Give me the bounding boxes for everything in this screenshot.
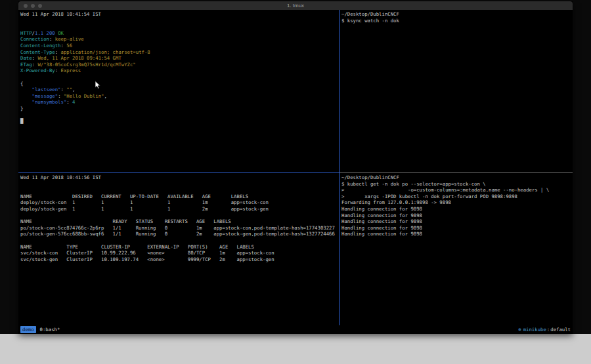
mouse-cursor: [95, 81, 101, 90]
terminal-line: HTTP/1.1 200 OK: [20, 30, 339, 37]
terminal-window: 1. tmux Wed 11 Apr 2018 10:41:54 IST HTT…: [18, 1, 573, 334]
terminal-line: [20, 24, 339, 30]
terminal-line: svc/stock-gen ClusterIP 10.109.197.74 <n…: [20, 256, 339, 263]
pane-divider-horizontal-right[interactable]: [339, 172, 573, 172]
terminal-line: > xargs -IPOD kubectl -n dok port-forwar…: [341, 193, 573, 200]
terminal-line: svc/stock-con ClusterIP 10.99.222.96 <no…: [20, 250, 339, 256]
terminal-line: [20, 112, 339, 119]
status-left: demo 0:bash*: [20, 326, 60, 333]
terminal-line: deploy/stock-con 1 1 1 1 1m app=stock-co…: [20, 199, 339, 206]
kube-context-separator: :: [547, 327, 550, 333]
terminal-line: Connection: keep-alive: [20, 36, 339, 43]
terminal-line: ~/Desktop/DublinCNCF: [341, 11, 573, 18]
kubernetes-icon: ☸: [518, 327, 521, 333]
terminal-line: [20, 187, 339, 193]
terminal-line: Handling connection for 9898: [341, 225, 573, 232]
terminal-line: Content-Length: 56: [20, 43, 339, 49]
terminal-line: ~/Desktop/DublinCNCF: [341, 174, 573, 181]
terminal-line: {: [20, 81, 339, 87]
terminal-line: NAME TYPE CLUSTER-IP EXTERNAL-IP PORT(S)…: [20, 244, 339, 251]
terminal-line: $ kubectl get -n dok po --selector=app=s…: [341, 181, 573, 188]
kube-context-indicator: ☸ minikube : default: [518, 327, 571, 333]
terminal-line: po/stock-gen-576cc688bb-swqf6 1/1 Runnin…: [20, 231, 339, 237]
pane-port-forward[interactable]: ~/Desktop/DublinCNCF$ kubectl get -n dok…: [339, 172, 573, 325]
terminal-line: Handling connection for 9898: [341, 206, 573, 212]
terminal-line: NAME READY STATUS RESTARTS AGE LABELS: [20, 218, 339, 225]
kube-namespace: default: [550, 327, 571, 333]
terminal-line: Wed 11 Apr 2018 10:41:56 IST: [20, 174, 339, 181]
session-name-badge: demo: [20, 326, 36, 333]
zoom-window-icon[interactable]: [38, 4, 42, 8]
terminal-line: deploy/stock-gen 1 1 1 1 2m app=stock-ge…: [20, 206, 339, 212]
tmux-terminal: Wed 11 Apr 2018 10:41:54 IST HTTP/1.1 20…: [18, 10, 573, 325]
desktop-background: [0, 334, 591, 364]
window-titlebar[interactable]: 1. tmux: [18, 1, 573, 10]
terminal-line: "numsymbols": 4: [20, 99, 339, 106]
terminal-line: [20, 181, 339, 188]
terminal-line: > -o=custom-columns=:metadata.name --no-…: [341, 187, 573, 193]
minimize-window-icon[interactable]: [31, 4, 35, 8]
pane-divider-vertical[interactable]: [339, 10, 339, 325]
terminal-line: Handling connection for 9898: [341, 212, 573, 219]
terminal-line: "message": "Hello Dublin",: [20, 93, 339, 100]
terminal-line: ETag: W/"38-05coCsrg3mQ75sHr1d/qcMTwYZc": [20, 62, 339, 68]
terminal-line: [20, 74, 339, 81]
terminal-line: Handling connection for 9898: [341, 231, 573, 237]
terminal-line: [20, 212, 339, 219]
terminal-line: Date: Wed, 11 Apr 2018 09:41:54 GMT: [20, 55, 339, 62]
terminal-line: █: [20, 118, 339, 125]
terminal-line: NAME DESIRED CURRENT UP-TO-DATE AVAILABL…: [20, 193, 339, 200]
terminal-line: [20, 237, 339, 244]
tmux-status-bar: demo 0:bash* ☸ minikube : default: [18, 325, 573, 334]
terminal-line: $ ksync watch -n dok: [341, 18, 573, 24]
pane-kubectl-get[interactable]: Wed 11 Apr 2018 10:41:56 IST NAME DESIRE…: [18, 172, 339, 325]
window-list-item-bash[interactable]: 0:bash*: [40, 327, 60, 333]
terminal-line: "lastseen": "",: [20, 87, 339, 93]
terminal-line: Handling connection for 9898: [341, 218, 573, 225]
traffic-lights: [24, 4, 42, 8]
terminal-line: Forwarding from 127.0.0.1:9898 -> 9898: [341, 199, 573, 206]
pane-divider-horizontal-left[interactable]: [18, 172, 339, 172]
desktop: 1. tmux Wed 11 Apr 2018 10:41:54 IST HTT…: [0, 0, 591, 364]
kube-context-name: minikube: [523, 327, 546, 333]
close-window-icon[interactable]: [24, 4, 28, 8]
terminal-line: Wed 11 Apr 2018 10:41:54 IST: [20, 11, 339, 18]
pane-ksync-watch[interactable]: ~/Desktop/DublinCNCF$ ksync watch -n dok: [339, 10, 573, 172]
terminal-line: po/stock-con-5cc874766c-2p6rp 1/1 Runnin…: [20, 225, 339, 232]
terminal-line: X-Powered-By: Express: [20, 68, 339, 74]
terminal-line: [20, 18, 339, 24]
terminal-line: }: [20, 106, 339, 112]
terminal-line: Content-Type: application/json; charset=…: [20, 49, 339, 56]
pane-http-response[interactable]: Wed 11 Apr 2018 10:41:54 IST HTTP/1.1 20…: [18, 10, 339, 172]
window-title: 1. tmux: [287, 1, 304, 10]
